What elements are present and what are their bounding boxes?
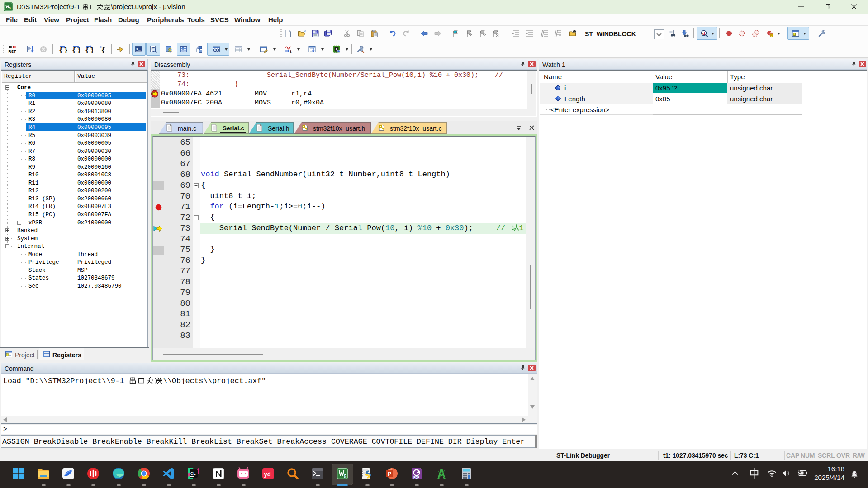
svg-text:t: t [290, 49, 292, 54]
svg-text:yd: yd [264, 471, 271, 478]
svg-text:PDF: PDF [413, 476, 419, 479]
svg-text:{}: {} [59, 46, 67, 54]
svg-text:S: S [168, 47, 172, 54]
svg-text:{}: {} [85, 46, 93, 54]
svg-text:>_: >_ [136, 47, 141, 51]
svg-text:5: 5 [9, 6, 11, 10]
svg-text:RST: RST [9, 49, 17, 54]
svg-text:d: d [702, 31, 705, 36]
svg-text:z: z [855, 472, 857, 475]
svg-text:5: 5 [344, 474, 347, 479]
svg-text:P: P [388, 471, 391, 477]
svg-text:CL: CL [190, 471, 195, 476]
svg-text:{}: {} [101, 46, 107, 54]
